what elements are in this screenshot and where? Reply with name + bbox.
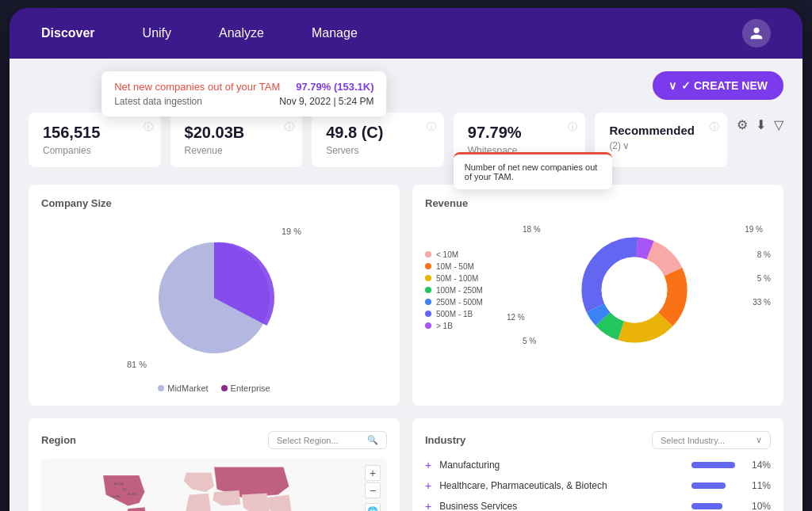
region-card: Region Select Region... 🔍: [29, 418, 400, 511]
main-content: Net new companies out of your TAM 97.79%…: [10, 59, 802, 511]
company-size-legend: MidMarket Enterprise: [158, 383, 270, 393]
create-button[interactable]: ∨ ✓ CREATE NEW: [653, 71, 783, 100]
recommended-subtitle[interactable]: (2) ∨: [609, 140, 713, 151]
industry-add-healthcare[interactable]: +: [425, 479, 431, 492]
region-select[interactable]: Select Region... 🔍: [268, 431, 387, 449]
nav-item-analyze[interactable]: Analyze: [219, 20, 264, 47]
tooltip-value: 97.79% (153.1K): [296, 81, 373, 93]
nav-item-unify[interactable]: Unify: [143, 20, 171, 47]
region-search-icon: 🔍: [367, 435, 378, 445]
world-map: AK-USA CA MI-USA HI-USA + − 🌐: [41, 459, 387, 511]
rev-pct-19: 19 %: [745, 225, 763, 234]
industry-bar-manufacturing: [691, 462, 735, 468]
company-size-pie: [135, 219, 293, 377]
avatar[interactable]: [742, 19, 771, 48]
info-icon-revenue[interactable]: ⓘ: [285, 120, 294, 134]
industry-bar-business: [691, 503, 722, 509]
rev-label-100-250m: 100M - 250M: [436, 286, 483, 295]
rev-dot-10-50m: [425, 263, 431, 269]
rev-legend-500m-1b: 500M - 1B: [425, 310, 483, 318]
industry-bar-healthcare: [691, 482, 726, 489]
rev-dot-50-100m: [425, 275, 431, 281]
pie-label-81: 81 %: [127, 360, 147, 369]
revenue-title: Revenue: [425, 197, 771, 209]
bottom-section: Region Select Region... 🔍: [29, 418, 783, 511]
europe: [184, 473, 215, 493]
industry-pct-healthcare: 11%: [747, 480, 771, 491]
industry-add-manufacturing[interactable]: +: [425, 459, 431, 471]
recommended-title: Recommended: [609, 124, 713, 137]
industry-card: Industry Select Industry... ∨ + Manufact…: [412, 418, 783, 511]
info-icon-whitespace[interactable]: ⓘ: [568, 120, 577, 134]
rev-label-10-50m: 10M - 50M: [436, 262, 474, 271]
recommended-count: (2): [609, 140, 621, 151]
list-item: + Business Services 10%: [425, 500, 771, 511]
nav-items: Discover Unify Analyze Manage: [41, 20, 742, 47]
nav-item-manage[interactable]: Manage: [312, 20, 358, 47]
industry-name-manufacturing: Manufacturing: [439, 460, 684, 471]
settings-button[interactable]: ⚙: [737, 117, 748, 132]
south-asia: [242, 494, 270, 511]
enterprise-dot: [221, 385, 228, 391]
region-title: Region: [41, 434, 76, 446]
legend-midmarket: MidMarket: [158, 383, 208, 393]
rev-dot-100-250m: [425, 287, 431, 293]
industry-name-healthcare: Healthcare, Pharmaceuticals, & Biotech: [439, 480, 684, 491]
recommended-chevron-icon: ∨: [622, 140, 630, 151]
industry-pct-business: 10%: [747, 501, 771, 511]
rev-dot-500m-1b: [425, 311, 431, 317]
nav-bar: Discover Unify Analyze Manage: [10, 8, 802, 59]
company-size-chart: 19 % 81 % MidMarket Enterprise: [41, 219, 387, 393]
legend-enterprise: Enterprise: [221, 383, 270, 393]
metric-value-revenue: $20.03B: [185, 124, 289, 142]
midmarket-dot: [158, 385, 164, 391]
map-label-hiusa: HI-USA: [112, 495, 121, 498]
whitespace-tooltip: Number of net new companies out of your …: [454, 152, 612, 189]
metric-label-companies: Companies: [43, 145, 147, 156]
download-icon: ⬇: [756, 118, 766, 132]
southeast-asia: [267, 495, 293, 512]
rev-legend-gt1b: > 1B: [425, 322, 483, 330]
create-label: ✓ CREATE NEW: [681, 79, 768, 92]
rev-label-500m-1b: 500M - 1B: [436, 310, 473, 318]
industry-placeholder: Select Industry...: [661, 436, 753, 445]
rev-pct-5b: 5 %: [523, 337, 536, 345]
metric-value-whitespace: 97.79%: [468, 124, 572, 142]
rev-legend-10-50m: 10M - 50M: [425, 262, 483, 271]
industry-chevron-icon: ∨: [756, 435, 762, 445]
svg-point-8: [602, 257, 668, 323]
revenue-legend: < 10M 10M - 50M 50M - 100M 100M - 2: [425, 250, 483, 330]
industry-add-business[interactable]: +: [425, 500, 431, 511]
info-icon-servers[interactable]: ⓘ: [427, 120, 436, 134]
info-icon-recommended[interactable]: ⓘ: [710, 120, 719, 134]
info-icon-companies[interactable]: ⓘ: [144, 120, 153, 134]
middle-east: [213, 490, 240, 505]
rev-label-lt10m: < 10M: [436, 250, 458, 259]
rev-pct-5a: 5 %: [757, 274, 771, 283]
rev-label-250-500m: 250M - 500M: [436, 298, 483, 307]
pie-label-19: 19 %: [282, 227, 301, 236]
create-chevron-icon: ∨: [668, 79, 676, 92]
zoom-out-button[interactable]: −: [365, 482, 381, 498]
download-button[interactable]: ⬇: [756, 117, 766, 132]
tooltip-label: Net new companies out of your TAM: [114, 81, 280, 93]
rev-legend-100-250m: 100M - 250M: [425, 286, 483, 295]
filter-button[interactable]: ▽: [774, 117, 783, 132]
globe-button[interactable]: 🌐: [365, 503, 381, 511]
region-header: Region Select Region... 🔍: [41, 431, 387, 449]
industry-title: Industry: [425, 434, 465, 446]
industry-select[interactable]: Select Industry... ∨: [652, 431, 771, 449]
industry-bar-container-business: [691, 503, 739, 509]
settings-icon: ⚙: [737, 118, 748, 132]
rev-dot-lt10m: [425, 251, 431, 257]
metric-label-revenue: Revenue: [185, 145, 289, 156]
metric-card-revenue: ⓘ $20.03B Revenue: [170, 112, 303, 167]
zoom-in-button[interactable]: +: [365, 465, 381, 481]
industry-bar-container-manufacturing: [691, 462, 739, 468]
industry-pct-manufacturing: 14%: [747, 460, 771, 471]
metrics-toolbar-row: ⓘ 156,515 Companies ⓘ $20.03B Revenue ⓘ …: [29, 112, 783, 172]
nav-item-discover[interactable]: Discover: [41, 20, 95, 47]
metric-value-companies: 156,515: [43, 124, 147, 142]
tooltip-popup: Net new companies out of your TAM 97.79%…: [102, 71, 386, 116]
charts-section: Company Size 19 % 81 %: [29, 185, 783, 406]
